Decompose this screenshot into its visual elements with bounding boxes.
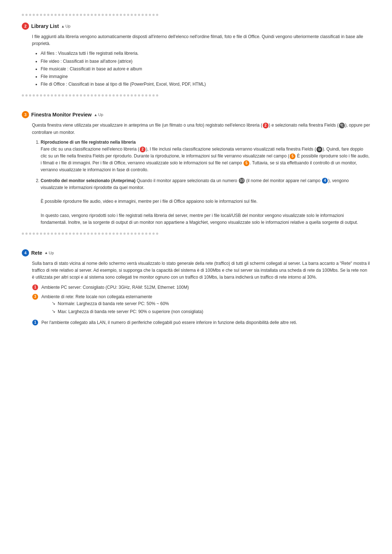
- info-text-3: Per l'ambiente collegato alla LAN, il nu…: [41, 319, 297, 326]
- bandwidth-normal-text: Normale: Larghezza di banda rete server …: [58, 300, 169, 307]
- section4-intro: Sulla barra di stato vicina al nome dell…: [32, 260, 370, 281]
- info-badge-3: 1: [32, 320, 38, 325]
- up-arrow-icon: ▲: [61, 24, 65, 28]
- section2-up-link[interactable]: ▲ Up: [61, 24, 70, 28]
- arrow-max-icon: ↘: [52, 309, 56, 313]
- section4-up-link[interactable]: ▲ Up: [44, 251, 54, 255]
- badge-fields: ⧁: [317, 147, 322, 152]
- up-arrow-icon: ▲: [94, 113, 97, 117]
- section3-header: 3 Finestra Monitor Preview ▲ Up: [22, 111, 370, 118]
- section3-list: Riproduzione di un file registrato nella…: [32, 139, 370, 226]
- info-text-2: Ambiente di rete: Rete locale non colleg…: [41, 294, 152, 299]
- section3-item1-title: Riproduzione di un file registrato nella…: [41, 140, 136, 145]
- badge-4: 4: [322, 178, 328, 184]
- section4-title: Rete: [31, 250, 42, 256]
- section2-list: All files : Visualizza tutti i file regi…: [32, 50, 370, 88]
- info-row-1: 1 Ambiente PC server: Consigliato (CPU: …: [32, 284, 370, 291]
- up-arrow-icon: ▲: [44, 251, 48, 255]
- section3-intro: Questa finestra viene utilizzata per vis…: [32, 122, 370, 136]
- list-item: All files : Visualizza tutti i file regi…: [41, 50, 370, 57]
- list-item: File musicale : Classificati in base ad …: [41, 66, 370, 73]
- section2-intro: I file aggiunti alla libreria vengono au…: [32, 33, 370, 47]
- list-item: File immagine: [41, 73, 370, 80]
- section3-content: Questa finestra viene utilizzata per vis…: [32, 122, 370, 226]
- section4-up-label: Up: [49, 251, 54, 255]
- middle-divider2: [22, 233, 370, 235]
- badge-5b: 5: [244, 160, 249, 166]
- section3-item2-title: Controllo del monitor selezionato (Antep…: [41, 178, 135, 183]
- info-row-3: 1 Per l'ambiente collegato alla LAN, il …: [32, 319, 370, 326]
- list-item: File video : Classificati in base all'at…: [41, 58, 370, 65]
- section4-header: 4 Rete ▲ Up: [22, 249, 370, 257]
- list-item: File di Office : Classificati in base al…: [41, 81, 370, 88]
- bandwidth-normal: ↘ Normale: Larghezza di banda rete serve…: [52, 300, 203, 307]
- bandwidth-max: ↘ Max: Larghezza di banda rete server PC…: [52, 308, 203, 315]
- badge-2: 2: [140, 147, 146, 152]
- section4-badge: 4: [22, 249, 29, 257]
- section2-content: I file aggiunti alla libreria vengono au…: [32, 33, 370, 88]
- section3-title: Finestra Monitor Preview: [31, 112, 91, 118]
- section2-badge: 2: [22, 22, 29, 30]
- arrow-normal-icon: ↘: [52, 301, 56, 305]
- section2-title: Library List: [31, 23, 59, 29]
- info-badge-1: 1: [32, 284, 38, 290]
- section3-up-link[interactable]: ▲ Up: [94, 112, 103, 117]
- badge-2-inline: 2: [263, 123, 269, 128]
- section3-item2: Controllo del monitor selezionato (Antep…: [41, 177, 370, 226]
- page: // render dots inline via script 2 Libra…: [0, 0, 392, 554]
- section2-header: 2 Library List ▲ Up: [22, 22, 370, 30]
- badge-10-inline: ᵋI;: [339, 123, 345, 128]
- section4-content: Sulla barra di stato vicina al nome dell…: [32, 260, 370, 326]
- top-divider: // render dots inline via script: [22, 14, 370, 16]
- section3-item1: Riproduzione di un file registrato nella…: [41, 139, 370, 174]
- section2-up-label: Up: [65, 24, 70, 28]
- middle-divider1: [22, 94, 370, 97]
- bandwidth-max-text: Max: Larghezza di banda rete server PC: …: [58, 308, 203, 315]
- info-badge-2: 3: [32, 294, 38, 300]
- info-text-2-block: Ambiente di rete: Rete locale non colleg…: [41, 294, 203, 317]
- section3-badge: 3: [22, 111, 29, 118]
- info-text-1: Ambiente PC server: Consigliato (CPU: 3G…: [41, 284, 189, 291]
- info-row-2: 3 Ambiente di rete: Rete locale non coll…: [32, 294, 370, 317]
- section3-up-label: Up: [98, 112, 103, 117]
- badge-10: ⒵: [239, 178, 245, 184]
- badge-5a: 5: [290, 153, 295, 159]
